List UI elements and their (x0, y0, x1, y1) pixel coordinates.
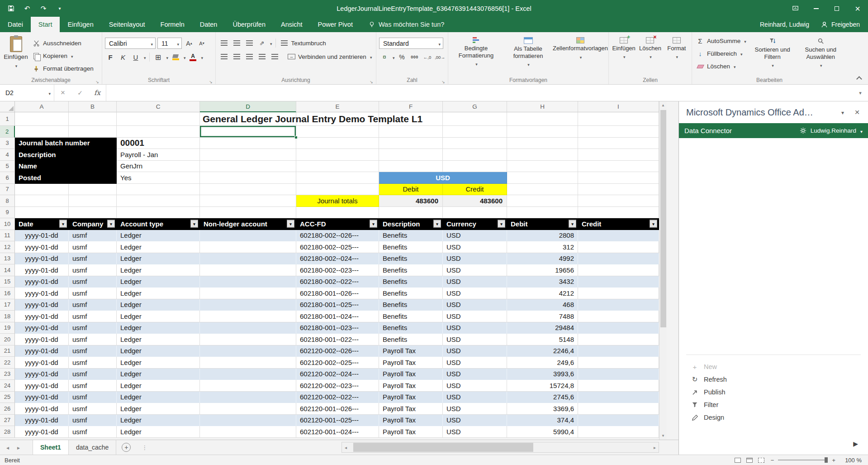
insert-cells-button[interactable]: Einfügen (612, 34, 636, 60)
task-pane-menu-icon[interactable] (836, 109, 849, 116)
cell-I1[interactable] (578, 112, 659, 126)
fill-handle[interactable] (294, 136, 298, 139)
ribbon-display-options-button[interactable] (785, 0, 806, 17)
tab-daten[interactable]: Daten (192, 17, 225, 32)
cell-B17[interactable]: usmf (69, 299, 117, 311)
sheet-tab-sheet1[interactable]: Sheet1 (33, 440, 69, 455)
row-header-6[interactable]: 6 (0, 172, 15, 184)
filter-button-A[interactable] (59, 220, 67, 228)
cell-A2[interactable] (15, 126, 69, 138)
cell-H23[interactable]: 3993,6 (507, 369, 578, 380)
formula-input[interactable] (106, 85, 853, 101)
cell-A17[interactable]: yyyy-01-dd (15, 299, 69, 311)
cell-E25[interactable]: 602120-002--022--- (296, 392, 379, 403)
cell-A20[interactable]: yyyy-01-dd (15, 334, 69, 345)
cell-C18[interactable]: Ledger (117, 311, 200, 322)
cell-E20[interactable]: 602180-001--022--- (296, 334, 379, 345)
cell-A4[interactable]: Description (15, 149, 117, 161)
cell-C27[interactable]: Ledger (117, 415, 200, 427)
cell-A26[interactable]: yyyy-01-dd (15, 403, 69, 415)
cell-C23[interactable]: Ledger (117, 369, 200, 380)
cell-H4[interactable] (507, 149, 578, 161)
underline-button[interactable]: U (130, 52, 141, 62)
cell-F5[interactable] (379, 161, 443, 173)
cell-C4[interactable]: Payroll - Jan (117, 149, 200, 161)
cell-B19[interactable]: usmf (69, 322, 117, 334)
cell-H16[interactable]: 4212 (507, 288, 578, 299)
accounting-dropdown-icon[interactable] (392, 53, 395, 61)
column-header-F[interactable]: F (379, 101, 443, 112)
cell-B10[interactable]: Company (69, 218, 117, 230)
decrease-font-button[interactable] (196, 38, 207, 49)
row-header-3[interactable]: 3 (0, 138, 15, 149)
cell-G19[interactable]: USD (443, 322, 507, 334)
cell-E17[interactable]: 602180-001--025--- (296, 299, 379, 311)
cell-C14[interactable]: Ledger (117, 264, 200, 276)
cell-B25[interactable]: usmf (69, 392, 117, 403)
cell-F12[interactable]: Benefits (379, 241, 443, 253)
align-right-button[interactable] (244, 51, 255, 62)
cell-H2[interactable] (507, 126, 578, 138)
filter-button-D[interactable] (287, 220, 294, 228)
cell-D8[interactable] (200, 195, 296, 207)
cell-I14[interactable] (578, 264, 659, 276)
cell-C20[interactable]: Ledger (117, 334, 200, 345)
filter-button-C[interactable] (190, 220, 198, 228)
column-header-B[interactable]: B (69, 101, 117, 112)
row-header-5[interactable]: 5 (0, 161, 15, 173)
cell-G18[interactable]: USD (443, 311, 507, 322)
row-header-27[interactable]: 27 (0, 415, 15, 427)
zoom-slider-thumb[interactable] (825, 457, 828, 463)
cell-A15[interactable]: yyyy-01-dd (15, 276, 69, 288)
row-header-19[interactable]: 19 (0, 322, 15, 334)
cell-H6[interactable] (507, 172, 578, 184)
tab-einfügen[interactable]: Einfügen (60, 17, 101, 32)
cell-C24[interactable]: Ledger (117, 380, 200, 392)
fill-color-dropdown-icon[interactable] (183, 53, 186, 61)
cell-B13[interactable]: usmf (69, 253, 117, 265)
row-header-11[interactable]: 11 (0, 230, 15, 242)
clear-button[interactable]: Löschen (695, 61, 748, 72)
cell-E21[interactable]: 602120-002--026--- (296, 345, 379, 357)
align-top-button[interactable] (218, 38, 229, 48)
cell-G15[interactable]: USD (443, 276, 507, 288)
tab-splitter[interactable] (142, 440, 147, 455)
cell-E28[interactable]: 602120-001--024--- (296, 426, 379, 438)
cell-F10[interactable]: Description (379, 218, 443, 230)
cell-I28[interactable] (578, 426, 659, 438)
cell-I15[interactable] (578, 276, 659, 288)
cell-F27[interactable]: Payroll Tax (379, 415, 443, 427)
minimize-button[interactable] (806, 0, 826, 17)
cell-A21[interactable]: yyyy-01-dd (15, 345, 69, 357)
run-arrow-icon[interactable] (853, 440, 858, 447)
bold-button[interactable]: F (105, 52, 116, 62)
cell-G2[interactable] (443, 126, 507, 138)
cell-C19[interactable]: Ledger (117, 322, 200, 334)
row-header-8[interactable]: 8 (0, 195, 15, 207)
cell-I24[interactable] (578, 380, 659, 392)
comma-style-button[interactable] (409, 52, 420, 62)
cell-I11[interactable] (578, 230, 659, 242)
cell-F22[interactable]: Payroll Tax (379, 357, 443, 369)
cell-D2[interactable] (200, 126, 296, 138)
autosum-button[interactable]: AutoSumme (695, 36, 748, 46)
cell-I12[interactable] (578, 241, 659, 253)
font-name-select[interactable]: Calibri (105, 38, 156, 49)
cell-H20[interactable]: 5148 (507, 334, 578, 345)
cell-B9[interactable] (69, 207, 117, 219)
cell-C6[interactable]: Yes (117, 172, 200, 184)
redo-button[interactable] (39, 4, 48, 13)
cell-H1[interactable] (507, 112, 578, 126)
cell-E2[interactable] (296, 126, 379, 138)
horizontal-scroll-thumb[interactable] (353, 443, 533, 452)
cell-E23[interactable]: 602120-002--024--- (296, 369, 379, 380)
cell-D17[interactable] (200, 299, 296, 311)
select-all-corner[interactable] (0, 101, 15, 112)
account-name[interactable]: Ludwig.Reinhard (811, 127, 856, 134)
cell-G28[interactable]: USD (443, 426, 507, 438)
new-sheet-button[interactable] (122, 443, 131, 452)
cell-C2[interactable] (117, 126, 200, 138)
cell-F6[interactable]: USD (379, 172, 507, 184)
cell-D25[interactable] (200, 392, 296, 403)
page-break-view-icon[interactable] (758, 458, 764, 463)
